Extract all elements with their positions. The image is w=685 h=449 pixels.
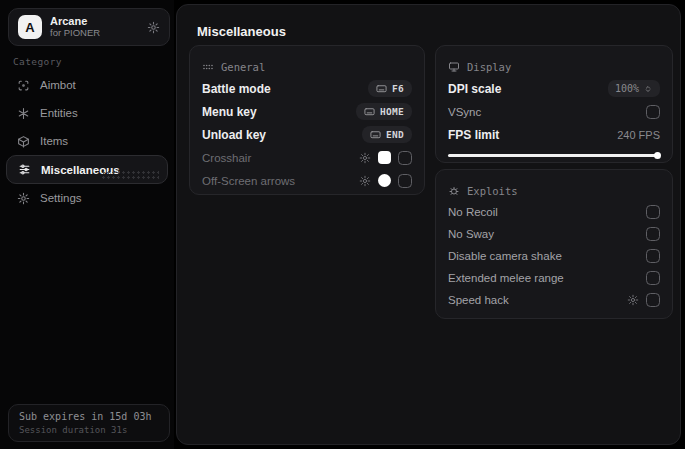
category-label: Category <box>13 56 62 67</box>
gear-icon[interactable] <box>359 152 371 164</box>
setting-label: Extended melee range <box>448 272 564 284</box>
slider-thumb[interactable] <box>654 152 661 159</box>
main-panel: Miscellaneous General Battle mode F6 Men… <box>176 4 681 445</box>
setting-row-extended-melee-range: Extended melee range <box>448 267 660 289</box>
fps-limit-slider[interactable] <box>448 152 660 159</box>
sidebar-item-label: Items <box>40 135 68 147</box>
setting-row-menu-key: Menu key HOME <box>202 100 412 123</box>
setting-label: FPS limit <box>448 128 499 142</box>
sidebar-item-entities[interactable]: Entities <box>0 99 174 127</box>
sidebar-item-settings[interactable]: Settings <box>0 184 174 212</box>
setting-label: No Sway <box>448 228 494 240</box>
color-swatch[interactable] <box>378 151 391 164</box>
grid-icon <box>202 61 214 73</box>
keyboard-icon <box>370 129 381 140</box>
sidebar-nav: Aimbot Entities Items Miscellaneous Sett… <box>0 71 174 212</box>
extended-melee-range-checkbox[interactable] <box>646 271 660 285</box>
setting-label: No Recoil <box>448 206 498 218</box>
crosshair-scan-icon <box>17 79 30 92</box>
gear-icon[interactable] <box>627 294 639 306</box>
crosshair-checkbox[interactable] <box>398 151 412 165</box>
general-card: General Battle mode F6 Menu key HOME Unl… <box>189 45 425 195</box>
vsync-checkbox[interactable] <box>646 105 660 119</box>
setting-row-no-recoil: No Recoil <box>448 201 660 223</box>
dots-decoration <box>101 170 159 179</box>
session-duration-text: Session duration 31s <box>19 424 159 438</box>
app-subtitle: for PIONER <box>50 28 139 39</box>
setting-row-dpi-scale: DPI scale 100% <box>448 77 660 100</box>
setting-label: VSync <box>448 106 481 118</box>
fps-limit-value: 240 FPS <box>617 129 660 141</box>
keyboard-icon <box>376 83 387 94</box>
setting-row-crosshair: Crosshair <box>202 146 412 169</box>
setting-row-speed-hack: Speed hack <box>448 289 660 311</box>
disable-camera-shake-checkbox[interactable] <box>646 249 660 263</box>
sidebar: A Arcane for PIONER Category Aimbot Enti… <box>0 0 174 449</box>
display-card: Display DPI scale 100% VSync FPS limit 2… <box>435 45 673 163</box>
monitor-icon <box>448 61 460 73</box>
setting-row-battle-mode: Battle mode F6 <box>202 77 412 100</box>
setting-label: Speed hack <box>448 294 509 306</box>
sliders-icon <box>18 163 31 176</box>
setting-label: Menu key <box>202 105 257 119</box>
section-header: Exploits <box>467 185 518 197</box>
keybind-button[interactable]: F6 <box>368 80 412 97</box>
setting-row-unload-key: Unload key END <box>202 123 412 146</box>
section-header: General <box>221 61 265 73</box>
setting-row-offscreen-arrows: Off-Screen arrows <box>202 169 412 192</box>
sidebar-item-label: Aimbot <box>40 79 76 91</box>
app-name: Arcane <box>50 15 139 28</box>
sidebar-item-aimbot[interactable]: Aimbot <box>0 71 174 99</box>
exploits-card: Exploits No Recoil No Sway Disable camer… <box>435 169 673 319</box>
color-swatch[interactable] <box>378 174 391 187</box>
sidebar-item-label: Entities <box>40 107 78 119</box>
sidebar-item-label: Settings <box>40 192 82 204</box>
setting-row-no-sway: No Sway <box>448 223 660 245</box>
dpi-scale-select[interactable]: 100% <box>608 80 660 97</box>
keybind-button[interactable]: HOME <box>356 103 412 120</box>
cube-icon <box>17 135 30 148</box>
bug-icon <box>448 185 460 197</box>
setting-label: DPI scale <box>448 82 501 96</box>
subscription-info: Sub expires in 15d 03h Session duration … <box>8 404 170 442</box>
app-header: A Arcane for PIONER <box>8 8 170 46</box>
no-recoil-checkbox[interactable] <box>646 205 660 219</box>
keybind-button[interactable]: END <box>362 126 412 143</box>
entities-icon <box>17 107 30 120</box>
setting-label: Crosshair <box>202 152 251 164</box>
sub-expiry-text: Sub expires in 15d 03h <box>19 409 159 424</box>
setting-row-vsync: VSync <box>448 100 660 123</box>
header-settings-icon[interactable] <box>147 21 160 34</box>
setting-row-fps-limit: FPS limit 240 FPS <box>448 123 660 146</box>
setting-label: Unload key <box>202 128 266 142</box>
setting-label: Disable camera shake <box>448 250 562 262</box>
setting-row-disable-camera-shake: Disable camera shake <box>448 245 660 267</box>
gear-icon <box>17 192 30 205</box>
offscreen-arrows-checkbox[interactable] <box>398 174 412 188</box>
sidebar-item-miscellaneous[interactable]: Miscellaneous <box>6 155 168 184</box>
setting-label: Battle mode <box>202 82 271 96</box>
page-title: Miscellaneous <box>197 24 286 39</box>
sidebar-item-items[interactable]: Items <box>0 127 174 155</box>
speed-hack-checkbox[interactable] <box>646 293 660 307</box>
app-logo: A <box>18 15 42 39</box>
section-header: Display <box>467 61 511 73</box>
keyboard-icon <box>364 106 375 117</box>
chevron-up-down-icon <box>643 84 653 94</box>
no-sway-checkbox[interactable] <box>646 227 660 241</box>
setting-label: Off-Screen arrows <box>202 175 295 187</box>
gear-icon[interactable] <box>359 175 371 187</box>
